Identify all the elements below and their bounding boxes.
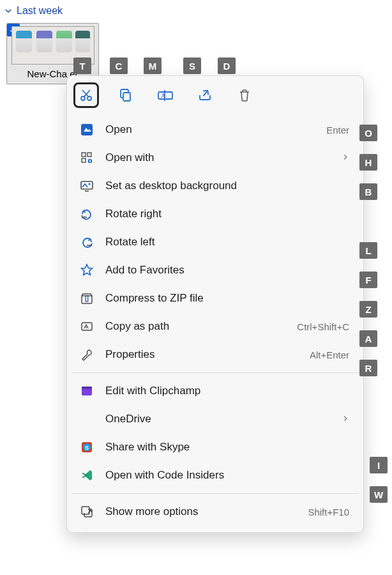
rename-button[interactable]: A bbox=[154, 84, 177, 107]
clipchamp-icon bbox=[79, 383, 95, 399]
skype-icon: S bbox=[79, 440, 95, 455]
keytip-cut: T bbox=[73, 57, 91, 74]
menu-clipchamp-label: Edit with Clipchamp bbox=[105, 385, 352, 397]
menu-properties-shortcut: Alt+Enter bbox=[310, 349, 352, 360]
chevron-right-icon bbox=[342, 413, 352, 425]
menu-rotate-right-label: Rotate right bbox=[105, 208, 352, 220]
menu-open-with[interactable]: Open with bbox=[72, 144, 358, 172]
svg-rect-22 bbox=[82, 387, 92, 389]
group-label: Last week bbox=[17, 5, 63, 17]
onedrive-icon bbox=[79, 411, 95, 427]
menu-more-shortcut: Shift+F10 bbox=[308, 507, 352, 518]
group-header[interactable]: Last week bbox=[0, 0, 392, 20]
menu-compress-label: Compress to ZIP file bbox=[105, 292, 352, 305]
menu-copy-path-label: Copy as path bbox=[105, 320, 287, 333]
rename-icon: A bbox=[157, 88, 174, 103]
menu-open[interactable]: Open Enter bbox=[72, 116, 358, 144]
menu-open-label: Open bbox=[105, 123, 316, 136]
keytip-props: R bbox=[359, 360, 377, 376]
svg-rect-9 bbox=[82, 153, 86, 157]
vscode-icon bbox=[79, 468, 95, 483]
share-icon bbox=[197, 88, 213, 103]
keytip-set-bg: B bbox=[359, 183, 377, 200]
menu-onedrive-label: OneDrive bbox=[105, 413, 331, 425]
rotate-left-icon bbox=[79, 234, 95, 250]
keytip-open-with: H bbox=[359, 154, 377, 171]
menu-onedrive[interactable]: OneDrive bbox=[72, 405, 358, 433]
star-icon bbox=[79, 263, 95, 278]
separator bbox=[72, 372, 358, 373]
copy-path-icon bbox=[79, 319, 95, 334]
menu-code-label: Open with Code Insiders bbox=[105, 469, 352, 482]
menu-copy-path[interactable]: Copy as path Ctrl+Shift+C bbox=[72, 312, 358, 341]
menu-open-shortcut: Enter bbox=[326, 125, 352, 135]
keytip-skype: I bbox=[370, 457, 388, 473]
chevron-right-icon bbox=[342, 151, 352, 164]
menu-properties[interactable]: Properties Alt+Enter bbox=[72, 341, 358, 369]
zip-icon bbox=[79, 291, 95, 306]
menu-skype-label: Share with Skype bbox=[105, 441, 352, 454]
keytip-rename: M bbox=[144, 57, 162, 74]
menu-open-with-label: Open with bbox=[105, 151, 331, 164]
cut-button[interactable] bbox=[75, 84, 98, 107]
menu-more[interactable]: Show more options Shift+F10 bbox=[72, 498, 358, 526]
svg-rect-26 bbox=[82, 507, 89, 514]
svg-text:S: S bbox=[85, 445, 89, 451]
open-with-icon bbox=[79, 150, 95, 165]
menu-more-label: Show more options bbox=[105, 505, 298, 518]
menu-favorites-label: Add to Favorites bbox=[105, 264, 352, 277]
scissors-icon bbox=[79, 88, 94, 103]
context-menu-top-row: A bbox=[67, 76, 363, 114]
copy-button[interactable] bbox=[114, 84, 137, 107]
keytip-copy: C bbox=[110, 57, 128, 74]
open-icon bbox=[79, 122, 95, 137]
menu-set-bg-label: Set as desktop background bbox=[105, 180, 352, 192]
svg-rect-19 bbox=[86, 296, 87, 302]
svg-rect-4 bbox=[123, 93, 130, 101]
keytip-share: S bbox=[183, 57, 201, 74]
keytip-code: W bbox=[370, 486, 388, 503]
chevron-down-icon bbox=[4, 6, 13, 15]
trash-icon bbox=[237, 88, 252, 103]
context-menu: A Open Enter Open with bbox=[66, 75, 364, 533]
menu-properties-label: Properties bbox=[105, 348, 299, 361]
menu-rotate-right[interactable]: Rotate right bbox=[72, 200, 358, 228]
wrench-icon bbox=[79, 347, 95, 362]
separator bbox=[72, 493, 358, 494]
svg-rect-13 bbox=[81, 181, 93, 189]
menu-skype[interactable]: S Share with Skype bbox=[72, 433, 358, 461]
menu-rotate-left-label: Rotate left bbox=[105, 236, 352, 249]
keytip-fav: F bbox=[359, 272, 377, 288]
desktop-icon bbox=[79, 178, 95, 194]
keytip-copypath: A bbox=[359, 330, 377, 347]
menu-set-bg[interactable]: Set as desktop background bbox=[72, 172, 358, 200]
svg-point-14 bbox=[89, 183, 91, 185]
share-button[interactable] bbox=[193, 84, 216, 107]
menu-copy-path-shortcut: Ctrl+Shift+C bbox=[297, 321, 352, 332]
menu-compress[interactable]: Compress to ZIP file bbox=[72, 284, 358, 312]
keytip-delete: D bbox=[218, 57, 236, 74]
keytip-open: O bbox=[359, 125, 377, 141]
svg-text:A: A bbox=[161, 92, 166, 99]
keytip-rot-left: L bbox=[359, 242, 377, 259]
more-options-icon bbox=[79, 504, 95, 519]
menu-code[interactable]: Open with Code Insiders bbox=[72, 461, 358, 489]
svg-rect-10 bbox=[87, 153, 91, 157]
menu-clipchamp[interactable]: Edit with Clipchamp bbox=[72, 377, 358, 405]
svg-rect-11 bbox=[82, 158, 86, 162]
menu-rotate-left[interactable]: Rotate left bbox=[72, 228, 358, 256]
menu-favorites[interactable]: Add to Favorites bbox=[72, 256, 358, 284]
rotate-right-icon bbox=[79, 206, 95, 222]
delete-button[interactable] bbox=[233, 84, 256, 107]
keytip-zip: Z bbox=[359, 301, 377, 318]
copy-icon bbox=[118, 88, 133, 103]
